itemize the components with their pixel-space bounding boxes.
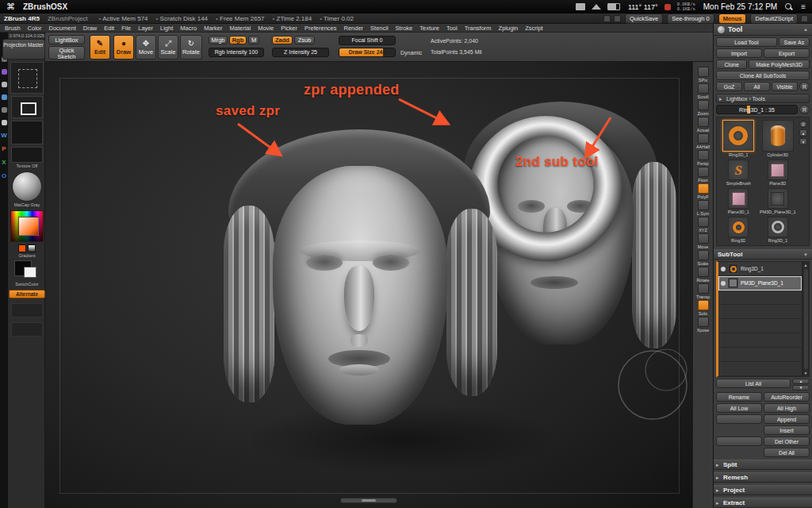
menu-transform[interactable]: Transform [465, 25, 492, 32]
menu-texture[interactable]: Texture [419, 25, 439, 32]
project-subsection[interactable]: Project [714, 485, 812, 495]
tool-thumb-simplebrush[interactable]: S SimpleBrush [720, 160, 757, 186]
menu-light[interactable]: Light [160, 25, 173, 32]
menu-layer[interactable]: Layer [138, 25, 153, 32]
subtool-empty-slot[interactable] [718, 333, 802, 348]
shelf-rotate-button[interactable]: Rotate [694, 267, 713, 283]
menu-material[interactable]: Material [229, 25, 251, 32]
shelf-zoom-button[interactable]: Zoom [694, 100, 713, 116]
dock-app-icon[interactable] [2, 120, 7, 125]
menu-preferences[interactable]: Preferences [304, 25, 336, 32]
subtool-row-ring3d-1[interactable]: Ring3D_1 [718, 262, 802, 276]
split-subsection[interactable]: Split [714, 460, 812, 470]
subtool-empty-slot[interactable] [718, 319, 802, 333]
tool-thumb-ring3d[interactable]: Ring3D [720, 217, 757, 243]
main-color-swatch[interactable] [18, 244, 26, 252]
export-button[interactable]: Export [764, 48, 810, 58]
dock-app-icon[interactable] [2, 199, 7, 205]
tool-thumb-ring3d-1[interactable]: Ring3D_1 [720, 120, 757, 157]
shelf-solo-button[interactable]: Solo [694, 300, 713, 316]
save-as-button[interactable]: Save As [779, 37, 810, 47]
palette-slot[interactable] [11, 322, 43, 337]
current-alpha-thumbnail[interactable] [11, 121, 43, 144]
current-stroke-thumbnail[interactable] [11, 96, 43, 118]
current-material-thumbnail[interactable] [12, 171, 42, 202]
active-app-name[interactable]: ZBrushOSX [23, 2, 67, 11]
tool-palette-header[interactable]: Tool ▲ [714, 24, 812, 36]
autoreorder-button[interactable]: AutoReorder [764, 392, 810, 402]
list-all-button[interactable]: List All [716, 379, 791, 388]
focal-shift-slider[interactable]: Focal Shift 0 [339, 36, 396, 45]
insert-button[interactable]: Insert [764, 425, 810, 435]
subtool-scrollbar[interactable]: ▲ ▼ [802, 262, 809, 376]
rgb-button[interactable]: Rgb [229, 36, 247, 44]
shelf-persp-button[interactable]: Persp [694, 150, 713, 166]
menu-picker[interactable]: Picker [281, 25, 297, 32]
header-icon-1[interactable] [603, 15, 611, 22]
rotate-mode-button[interactable]: ↻ Rotate [180, 35, 202, 60]
subtool-empty-slot[interactable] [718, 348, 802, 362]
recording-indicator-icon[interactable] [665, 4, 671, 10]
lightbox-tools-path[interactable]: Lightbox › Tools [716, 94, 810, 103]
clone-button[interactable]: Clone [716, 60, 747, 69]
dock-excel-icon[interactable]: X [2, 160, 6, 166]
clone-all-subtools-button[interactable]: Clone All SubTools [716, 71, 810, 80]
scale-mode-button[interactable]: ⤢ Scale [158, 35, 178, 60]
inventory-r-button[interactable]: R [799, 121, 807, 128]
tool-thumb-pm3d-plane3d-1[interactable]: PM3D_Plane3D_1 [760, 188, 797, 214]
scroll-up-icon[interactable]: ▲ [804, 263, 808, 267]
shelf-xyz-button[interactable]: XYZ [694, 217, 713, 233]
zsub-button[interactable]: Zsub [294, 36, 315, 44]
menu-edit[interactable]: Edit [104, 25, 114, 32]
duplicate-button[interactable]: Duplicate [716, 414, 762, 424]
menu-color[interactable]: Color [28, 25, 42, 32]
draw-mode-button[interactable]: ● Draw [113, 35, 134, 60]
del-all-button[interactable]: Del All [764, 448, 810, 457]
z-intensity-slider[interactable]: Z Intensity 25 [272, 48, 329, 57]
secondary-color-square[interactable] [24, 267, 36, 278]
menu-zplugin[interactable]: Zplugin [499, 25, 519, 32]
tool-item-slider[interactable]: Ring3D_1 : 35 [716, 105, 798, 114]
header-icon-2[interactable] [614, 15, 621, 22]
canvas-scrollbar[interactable] [340, 498, 397, 503]
canvas-scrollbar-thumb[interactable] [362, 499, 376, 502]
rgb-intensity-slider[interactable]: Rgb Intensity 100 [209, 48, 264, 57]
current-texture-thumbnail[interactable] [11, 147, 43, 163]
shelf-spix-button[interactable]: SPix [694, 67, 713, 83]
tool-thumb-ring3d-1b[interactable]: Ring3D_1 [760, 217, 797, 243]
menu-render[interactable]: Render [343, 25, 363, 32]
scroll-down-icon[interactable]: ▼ [804, 371, 808, 375]
scroll-track[interactable] [804, 269, 808, 369]
shelf-lsym-button[interactable]: L.Sym [694, 200, 713, 216]
menubar-clock[interactable]: Mon Feb 25 7:12 PM [703, 2, 777, 11]
current-brush-thumbnail[interactable] [10, 62, 44, 94]
subtool-section-header[interactable]: SubTool ▼ [714, 249, 812, 260]
append-button[interactable]: Append [764, 414, 810, 424]
restore-config-button[interactable]: R [799, 82, 810, 91]
menu-marker[interactable]: Marker [204, 25, 222, 32]
goz-visible-button[interactable]: Visible [772, 82, 798, 91]
shelf-scroll-button[interactable]: Scroll [694, 83, 713, 99]
dock-app-icon[interactable] [2, 107, 7, 113]
menu-movie[interactable]: Movie [258, 25, 274, 32]
visibility-eye-icon[interactable] [721, 267, 726, 271]
dock-outlook-icon[interactable]: O [2, 173, 6, 179]
tool-thumb-plane3d[interactable]: Plane3D [760, 160, 797, 186]
subtool-up-button[interactable]: ▲ [792, 379, 810, 384]
edit-mode-button[interactable]: ✎ Edit [90, 35, 110, 60]
all-high-button[interactable]: All High [764, 403, 810, 413]
subtool-chevron-icon[interactable]: ▼ [803, 252, 808, 257]
shelf-aahalf-button[interactable]: AAHalf [694, 133, 713, 149]
inventory-up-icon[interactable]: ▲ [799, 129, 807, 137]
shelf-scale-button[interactable]: Scale [694, 250, 713, 266]
menu-tool[interactable]: Tool [446, 25, 458, 32]
dock-app-icon[interactable] [2, 94, 7, 100]
make-polymesh3d-button[interactable]: Make PolyMesh3D [749, 60, 810, 69]
menus-button[interactable]: Menus [718, 13, 747, 24]
menu-zscript[interactable]: Zscript [525, 25, 543, 32]
notification-center-icon[interactable]: ≡ [801, 2, 806, 11]
shelf-xpose-button[interactable]: Xpose [694, 317, 713, 333]
see-through-slider[interactable]: See-through 0 [667, 13, 714, 24]
delete-button[interactable]: Delete [716, 437, 762, 446]
extract-subsection[interactable]: Extract [714, 498, 812, 508]
